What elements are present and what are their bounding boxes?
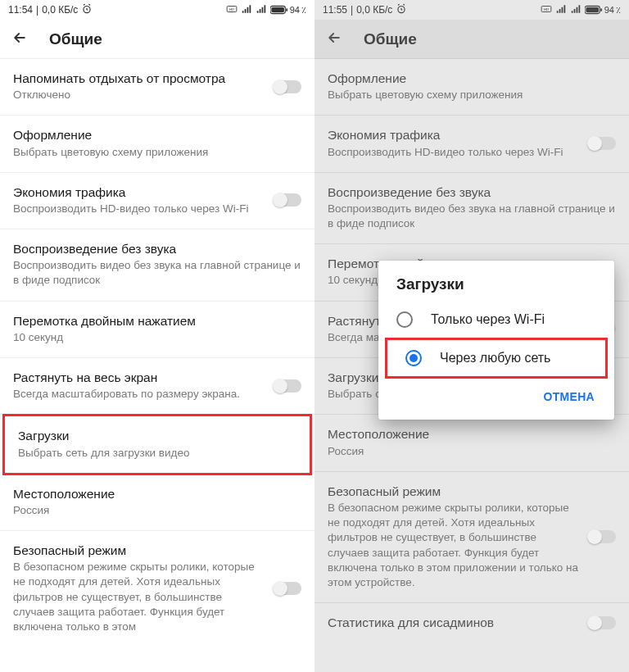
alarm-icon bbox=[81, 3, 93, 17]
appbar: Общие bbox=[0, 20, 314, 59]
setting-zoom-fill[interactable]: Растянуть на весь экран Всегда масштабир… bbox=[0, 358, 314, 415]
setting-data-saving[interactable]: Экономия трафика Воспроизводить HD-видео… bbox=[314, 116, 629, 172]
item-title: Экономия трафика bbox=[13, 184, 265, 201]
item-title: Безопасный режим bbox=[13, 543, 265, 559]
signal2-icon bbox=[570, 3, 581, 17]
item-sub: Всегда масштабировать по размеру экрана. bbox=[13, 387, 265, 402]
item-sub: Выбрать цветовую схему приложения bbox=[13, 145, 301, 160]
toggle[interactable] bbox=[588, 616, 616, 629]
setting-stats-for-nerds[interactable]: Статистика для сисадминов bbox=[314, 603, 629, 643]
status-sep: | bbox=[36, 4, 38, 16]
toggle[interactable] bbox=[274, 193, 301, 207]
cancel-button[interactable]: ОТМЕНА bbox=[536, 384, 603, 410]
back-icon[interactable] bbox=[11, 30, 28, 49]
item-sub: В безопасном режиме скрыты ролики, котор… bbox=[13, 560, 265, 634]
signal2-icon bbox=[256, 3, 267, 17]
setting-remind-break[interactable]: Напоминать отдыхать от просмотра Отключе… bbox=[0, 59, 314, 116]
status-time: 11:54 bbox=[8, 4, 33, 16]
svg-text:HD: HD bbox=[544, 7, 549, 11]
volte-icon: HD bbox=[226, 3, 238, 17]
setting-muted-playback[interactable]: Воспроизведение без звука Воспроизводить… bbox=[0, 229, 314, 302]
setting-appearance[interactable]: Оформление Выбрать цветовую схему прилож… bbox=[314, 59, 629, 116]
item-sub: Воспроизводить видео без звука на главно… bbox=[328, 202, 616, 231]
alarm-icon bbox=[396, 3, 407, 17]
radio-wifi-only[interactable]: Только через Wi-Fi bbox=[378, 302, 614, 338]
item-title: Статистика для сисадминов bbox=[328, 615, 580, 631]
status-left: 11:54 | 0,0 КБ/с bbox=[8, 3, 93, 17]
item-title: Загрузки bbox=[18, 428, 296, 444]
status-net: 0,0 КБ/с bbox=[42, 4, 78, 16]
setting-location[interactable]: Местоположение Россия bbox=[0, 474, 314, 531]
setting-muted-playback[interactable]: Воспроизведение без звука Воспроизводить… bbox=[314, 173, 629, 245]
svg-rect-11 bbox=[600, 8, 602, 11]
item-sub: Россия bbox=[13, 503, 301, 518]
page-title: Общие bbox=[49, 30, 102, 48]
setting-restricted-mode[interactable]: Безопасный режим В безопасном режиме скр… bbox=[314, 472, 629, 603]
radio-unchecked-icon bbox=[396, 311, 413, 328]
status-net: 0,0 КБ/с bbox=[356, 4, 392, 16]
appbar: Общие bbox=[314, 20, 629, 59]
status-time: 11:55 bbox=[323, 4, 347, 16]
item-title: Экономия трафика bbox=[328, 127, 580, 143]
item-title: Воспроизведение без звука bbox=[13, 241, 301, 257]
status-bar: 11:54 | 0,0 КБ/с HD 94٪ bbox=[0, 0, 314, 20]
radio-label: Только через Wi-Fi bbox=[431, 312, 545, 327]
status-left: 11:55 | 0,0 КБ/с bbox=[323, 3, 407, 17]
dialog-actions: ОТМЕНА bbox=[378, 379, 614, 413]
phone-right: 11:55 | 0,0 КБ/с HD 94٪ Общие Оформление… bbox=[314, 0, 629, 672]
item-sub: Выбрать сеть для загрузки видео bbox=[18, 446, 296, 461]
item-sub: 10 секунд bbox=[13, 330, 301, 345]
item-title: Напоминать отдыхать от просмотра bbox=[13, 70, 265, 87]
item-sub: В безопасном режиме скрыты ролики, котор… bbox=[328, 501, 580, 590]
item-title: Растянуть на весь экран bbox=[13, 370, 265, 386]
toggle[interactable] bbox=[274, 379, 301, 393]
downloads-dialog: Загрузки Только через Wi-Fi Через любую … bbox=[378, 261, 614, 420]
status-sep: | bbox=[351, 4, 353, 16]
status-right: HD 94٪ bbox=[226, 3, 306, 17]
setting-location[interactable]: Местоположение Россия bbox=[314, 415, 629, 471]
svg-rect-4 bbox=[271, 7, 284, 12]
item-sub: Выбрать цветовую схему приложения bbox=[328, 88, 616, 102]
item-sub: Воспроизводить HD-видео только через Wi-… bbox=[328, 145, 580, 160]
item-sub: Россия bbox=[328, 444, 616, 459]
setting-data-saving[interactable]: Экономия трафика Воспроизводить HD-видео… bbox=[0, 173, 314, 229]
item-title: Воспроизведение без звука bbox=[328, 184, 616, 201]
setting-doubletap-seek[interactable]: Перемотка двойным нажатием 10 секунд bbox=[0, 302, 314, 358]
radio-checked-icon bbox=[405, 350, 422, 366]
toggle[interactable] bbox=[274, 582, 301, 595]
item-sub: Отключено bbox=[13, 88, 265, 102]
volte-icon: HD bbox=[541, 3, 552, 17]
item-title: Безопасный режим bbox=[328, 484, 580, 500]
toggle[interactable] bbox=[274, 80, 301, 93]
page-title: Общие bbox=[364, 30, 417, 48]
item-title: Оформление bbox=[13, 127, 301, 143]
radio-any-network[interactable]: Через любую сеть bbox=[385, 338, 608, 379]
setting-restricted-mode[interactable]: Безопасный режим В безопасном режиме скр… bbox=[0, 531, 314, 647]
item-title: Местоположение bbox=[328, 426, 616, 443]
settings-list: Напоминать отдыхать от просмотра Отключе… bbox=[0, 59, 314, 647]
svg-rect-10 bbox=[586, 7, 599, 12]
item-title: Оформление bbox=[328, 70, 616, 87]
battery-icon: 94٪ bbox=[585, 5, 621, 16]
back-icon[interactable] bbox=[326, 30, 342, 49]
setting-appearance[interactable]: Оформление Выбрать цветовую схему прилож… bbox=[0, 116, 314, 172]
toggle[interactable] bbox=[588, 530, 616, 543]
status-bar: 11:55 | 0,0 КБ/с HD 94٪ bbox=[314, 0, 629, 20]
radio-label: Через любую сеть bbox=[440, 351, 550, 366]
item-sub: Воспроизводить видео без звука на главно… bbox=[13, 258, 301, 288]
toggle[interactable] bbox=[588, 137, 616, 150]
item-sub: Воспроизводить HD-видео только через Wi-… bbox=[13, 202, 265, 216]
item-title: Перемотка двойным нажатием bbox=[13, 313, 301, 329]
signal-icon bbox=[241, 3, 252, 17]
item-title: Местоположение bbox=[13, 486, 301, 502]
dialog-title: Загрузки bbox=[378, 275, 614, 302]
phone-left: 11:54 | 0,0 КБ/с HD 94٪ Общие Напоминать… bbox=[0, 0, 314, 672]
svg-text:HD: HD bbox=[229, 7, 234, 11]
signal-icon bbox=[555, 3, 567, 17]
svg-rect-5 bbox=[286, 8, 287, 11]
status-right: HD 94٪ bbox=[541, 3, 621, 17]
battery-icon: 94٪ bbox=[270, 5, 306, 16]
setting-downloads[interactable]: Загрузки Выбрать сеть для загрузки видео bbox=[2, 414, 312, 474]
